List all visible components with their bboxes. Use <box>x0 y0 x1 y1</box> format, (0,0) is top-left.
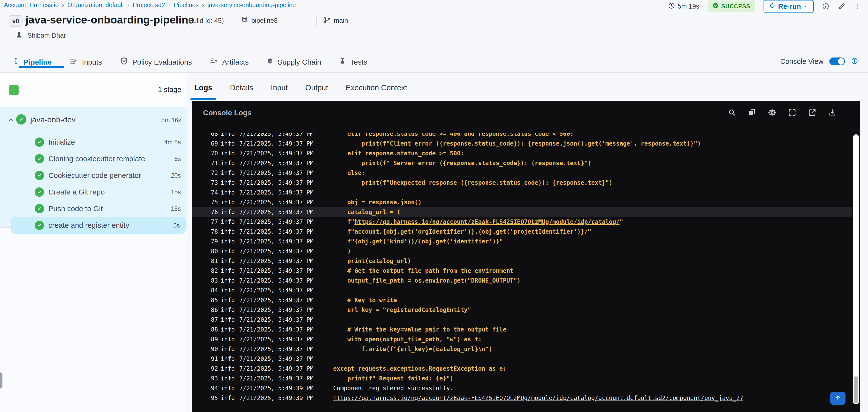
log-level: info <box>221 227 239 236</box>
info-icon[interactable] <box>851 57 858 66</box>
pipeline-icon <box>12 58 20 67</box>
log-tab-execution-context[interactable]: Execution Context <box>343 79 410 97</box>
step-cloning-cookiecutter-template[interactable]: Cloning cookiecutter template6s <box>0 151 187 167</box>
log-line-number: 86 <box>211 305 221 315</box>
log-text: ) <box>333 248 351 255</box>
log-text: output_file_path = os.environ.get("DRONE… <box>333 277 521 284</box>
log-line-number: 82 <box>211 266 221 276</box>
top-bar: Account: Harness.io›Organization: defaul… <box>0 0 868 12</box>
log-text: print(f" Request failed: {e}") <box>333 375 453 382</box>
tab-policy-evaluations[interactable]: Policy Evaluations <box>120 57 192 67</box>
log-tab-logs[interactable]: Logs <box>192 79 215 97</box>
log-row-80: 80info7/21/2025, 5:49:37 PM ) <box>192 246 852 256</box>
step-cookiecutter-code-generator[interactable]: Cookiecutter code generator20s <box>0 167 187 184</box>
title-block: v0 java-service-onboarding-pipeline (Bui… <box>0 13 868 55</box>
log-row-79: 79info7/21/2025, 5:49:37 PM f"{obj.get('… <box>192 236 852 246</box>
tab-pipeline[interactable]: Pipeline <box>12 58 52 67</box>
git-branch-icon <box>323 16 331 25</box>
search-icon[interactable] <box>727 108 736 117</box>
tab-artifacts[interactable]: Artifacts <box>209 57 249 67</box>
artifacts-icon <box>209 57 218 67</box>
log-viewport: 68info7/21/2025, 5:49:37 PM elif respons… <box>192 133 852 412</box>
log-level: info <box>221 266 239 276</box>
stage-minimap-square[interactable] <box>9 85 19 95</box>
log-text: catalog_url = ( <box>333 209 401 216</box>
breadcrumb-item[interactable]: java-service-onboarding-pipeline <box>208 1 296 8</box>
log-timestamp: 7/21/2025, 5:49:37 PM <box>239 305 333 315</box>
clock-icon <box>668 2 675 11</box>
log-text: # Key to write <box>333 297 397 304</box>
open-in-new-icon[interactable] <box>808 108 817 117</box>
stage-count-label: 1 stage <box>158 86 181 94</box>
step-create-and-register-entity[interactable]: create and register entity5s <box>11 217 186 234</box>
log-level: info <box>221 315 239 325</box>
top-right-controls: 5m 19s SUCCESS Re-run <box>668 0 861 13</box>
log-tab-details[interactable]: Details <box>227 79 256 97</box>
log-link[interactable]: https://qa.harness.io/ng/account/zEaak-F… <box>354 219 620 225</box>
breadcrumb-item[interactable]: Pipelines <box>174 1 198 8</box>
divider <box>316 15 317 26</box>
log-timestamp: 7/21/2025, 5:49:37 PM <box>239 139 333 149</box>
log-level: info <box>221 364 239 374</box>
log-line-number: 95 <box>211 393 221 403</box>
kebab-menu-icon[interactable] <box>854 3 861 10</box>
build-id: (Build Id: 45) <box>186 17 224 25</box>
rerun-button[interactable]: Re-run <box>764 0 814 13</box>
log-level: info <box>221 354 239 364</box>
tab-supply-chain[interactable]: Supply Chain <box>267 58 321 67</box>
log-rows: 68info7/21/2025, 5:49:37 PM elif respons… <box>192 133 852 403</box>
step-initialize[interactable]: Initialize4m 8s <box>0 134 187 151</box>
scrollbar-thumb[interactable] <box>854 376 858 403</box>
log-text: elif response.status_code >= 400 and res… <box>333 133 574 137</box>
console-scrollbar[interactable] <box>853 134 859 404</box>
step-create-a-git-repo[interactable]: Create a Git repo15s <box>0 184 187 200</box>
log-tab-input[interactable]: Input <box>268 79 290 97</box>
stage-duration: 5m 16s <box>161 117 181 124</box>
step-push-code-to-git[interactable]: Push code to Git15s <box>0 200 187 217</box>
scroll-to-top-button[interactable] <box>830 392 845 405</box>
info-icon[interactable] <box>822 3 829 10</box>
log-row-82: 82info7/21/2025, 5:49:37 PM # Get the ou… <box>192 266 852 276</box>
breadcrumb-item[interactable]: Project: sd2 <box>133 1 165 8</box>
duration-text: 5m 19s <box>678 3 700 10</box>
success-check-icon <box>35 154 44 163</box>
chevron-up-icon[interactable] <box>7 116 15 125</box>
log-row-91: 91info7/21/2025, 5:49:37 PM <box>192 354 852 364</box>
log-text: Component registered successfully. <box>333 385 453 392</box>
breadcrumb-item[interactable]: Account: Harness.io <box>4 1 59 8</box>
settings-icon[interactable] <box>768 108 776 117</box>
log-timestamp: 7/21/2025, 5:49:37 PM <box>239 227 333 236</box>
log-row-95: 95info7/21/2025, 5:49:39 PMhttps://qa.ha… <box>192 393 852 403</box>
breadcrumb-separator: › <box>168 2 170 8</box>
log-tab-output[interactable]: Output <box>303 79 331 97</box>
console-view-toggle[interactable] <box>829 58 845 65</box>
log-timestamp: 7/21/2025, 5:49:37 PM <box>239 286 333 295</box>
tab-inputs[interactable]: Inputs <box>69 57 102 67</box>
copy-icon[interactable] <box>748 108 756 117</box>
tab-label: Artifacts <box>222 58 249 66</box>
status-text: SUCCESS <box>721 3 750 10</box>
log-line-number: 73 <box>211 178 221 188</box>
edit-pencil-icon[interactable] <box>838 2 845 10</box>
fullscreen-icon[interactable] <box>788 108 797 117</box>
log-timestamp: 7/21/2025, 5:49:37 PM <box>239 236 333 246</box>
log-level: info <box>221 178 239 188</box>
log-timestamp: 7/21/2025, 5:49:37 PM <box>239 354 333 364</box>
breadcrumb-item[interactable]: Organization: default <box>67 1 124 8</box>
repository-icon <box>241 16 248 25</box>
step-label: Create a Git repo <box>49 188 105 196</box>
tab-label: Supply Chain <box>278 58 321 66</box>
panel-drag-handle[interactable] <box>0 372 2 388</box>
log-line-number: 83 <box>211 276 221 286</box>
pipeline-tag: pipeline8 <box>241 16 278 25</box>
log-row-78: 78info7/21/2025, 5:49:37 PM f"account.{o… <box>192 227 852 236</box>
log-level: info <box>221 295 239 305</box>
success-check-icon <box>35 171 44 180</box>
policy-icon <box>120 57 128 67</box>
console-toolbar <box>727 108 837 117</box>
log-link[interactable]: https://qa.harness.io/ng/account/zEaak-F… <box>333 394 743 402</box>
download-icon[interactable] <box>828 108 837 117</box>
log-timestamp: 7/21/2025, 5:49:37 PM <box>239 158 333 168</box>
stage-row-java-onb-dev[interactable]: java-onb-dev 5m 16s <box>0 111 187 128</box>
tab-tests[interactable]: Tests <box>339 58 367 67</box>
